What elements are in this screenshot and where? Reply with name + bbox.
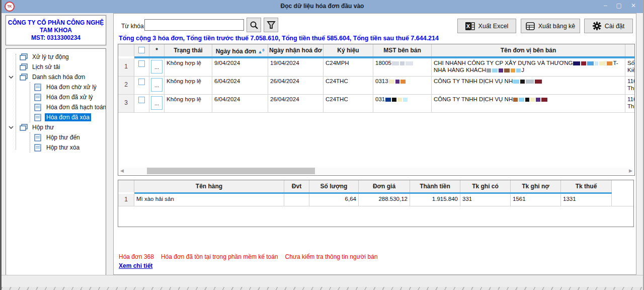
header-seller-name[interactable]: Tên đơn vị bên bán — [432, 44, 625, 56]
view-details-link[interactable]: Xem chi tiết — [119, 262, 152, 269]
redacted-block — [400, 80, 406, 84]
sidebar-item-hop-thu-den[interactable]: Hộp thư đến — [6, 132, 106, 142]
extra-cell: 116Thù — [625, 95, 634, 112]
pages-icon — [19, 53, 28, 61]
sidebar-item-danh-sach-hoa-don[interactable]: Danh sách hóa đơn — [6, 72, 106, 82]
invoice-date-cell: 9/04/2024 — [212, 58, 268, 76]
header-serial[interactable]: Ký hiệu — [324, 44, 373, 56]
maximize-button[interactable]: ▢ — [616, 2, 622, 9]
header-star: * — [149, 44, 165, 56]
header-received-date[interactable]: Ngày nhận hoá đơ — [268, 44, 324, 56]
row-checkbox[interactable] — [138, 60, 145, 67]
company-name: CÔNG TY CỔ PHẦN CÔNG NGHỆ TAM KHOA — [6, 19, 106, 34]
sidebar-item-hoa-don-da-hach-toan[interactable]: Hóa đơn đã hạch toán — [6, 102, 106, 112]
row-actions-cell: ... — [149, 95, 165, 112]
received-date-cell: 26/04/2024 — [268, 95, 324, 112]
document-icon — [33, 84, 42, 91]
settings-label: Cài đặt — [605, 23, 625, 30]
row-select-cell[interactable] — [134, 58, 149, 76]
sidebar-item-hop-thu[interactable]: Hộp thư — [6, 122, 106, 132]
status-cell: Không hợp lệ — [165, 95, 212, 112]
sidebar-item-hop-thu-xoa[interactable]: Hộp thư xóa — [6, 142, 106, 153]
sidebar-item-label: Hộp thư đến — [45, 133, 82, 141]
chevron-down-icon[interactable] — [8, 125, 14, 130]
search-button[interactable] — [247, 18, 261, 32]
row-select-cell[interactable] — [134, 77, 149, 94]
redacted-block — [406, 61, 413, 65]
redacted-block — [520, 80, 525, 84]
line-items-header: Tên hàng Đvt Số lượng Đơn giá Thành tiền… — [118, 180, 633, 192]
table-row[interactable]: 3 ... Không hợp lệ 6/04/2024 26/04/2024 … — [118, 95, 634, 113]
header-status[interactable]: Trạng thái — [165, 44, 212, 56]
seller-name-cell: CÔNG TY TNHH DỊCH VỤ NH — [432, 77, 625, 94]
keyword-input[interactable] — [144, 19, 244, 31]
redacted-block — [492, 68, 498, 72]
sidebar-item-hoa-don-da-xoa[interactable]: Hóa đơn đã xóa — [6, 112, 106, 122]
chevron-down-icon[interactable] — [8, 75, 14, 80]
redacted-block — [573, 61, 580, 65]
search-icon — [250, 21, 259, 30]
select-all-checkbox[interactable] — [138, 47, 145, 53]
redacted-block — [595, 61, 598, 65]
document-icon — [33, 104, 42, 111]
invoice-date-cell: 6/04/2024 — [212, 77, 268, 94]
table-row[interactable]: 1 ... Không hợp lệ 9/04/2024 19/04/2024 … — [118, 58, 634, 77]
mst-cell: 0313 — [373, 77, 432, 94]
table-row[interactable]: 2 ... Không hợp lệ 6/04/2024 26/04/2024 … — [118, 77, 634, 95]
export-excel-button[interactable]: X Xuất Excel — [457, 19, 516, 33]
header-unit-price[interactable]: Đơn giá — [359, 180, 410, 192]
serial-cell: C24MPH — [324, 58, 373, 76]
sidebar-item-hoa-don-cho-xu-ly[interactable]: Hóa đơn chờ xử lý — [6, 82, 106, 92]
row-more-button[interactable]: ... — [151, 96, 163, 110]
header-seller-mst[interactable]: MST bên bán — [373, 44, 432, 56]
header-amount[interactable]: Thành tiền — [410, 180, 460, 192]
document-icon — [33, 114, 42, 121]
redacted-block — [581, 61, 586, 65]
pages-icon — [19, 74, 28, 81]
row-more-button[interactable]: ... — [151, 78, 163, 92]
header-unit[interactable]: Đvt — [284, 180, 309, 192]
header-credit-acc[interactable]: Tk ghi có — [460, 180, 511, 192]
sidebar-item-lich-su-tai[interactable]: Lịch sử tải — [6, 62, 106, 72]
header-tax-acc[interactable]: Tk thuế — [561, 180, 612, 192]
window-title: Đọc dữ liệu hóa đơn đầu vào — [2, 3, 643, 10]
export-list-button[interactable]: Xuất bảng kê — [521, 19, 580, 33]
app-window: TK Đọc dữ liệu hóa đơn đầu vào – ▢ ✕ CÔN… — [0, 0, 644, 290]
filter-button[interactable] — [264, 18, 278, 32]
row-checkbox[interactable] — [138, 97, 145, 103]
sidebar-item-label: Hộp thư — [31, 123, 55, 131]
debit-acc-cell: 1561 — [511, 194, 561, 206]
close-button[interactable]: ✕ — [631, 2, 636, 9]
minimize-button[interactable]: – — [604, 2, 607, 9]
sidebar-item-label: Hóa đơn đã xử lý — [45, 93, 95, 101]
settings-button[interactable]: Cài đặt — [584, 19, 633, 33]
header-debit-acc[interactable]: Tk ghi nợ — [511, 180, 561, 192]
scroll-left-icon[interactable]: ◀ — [120, 168, 124, 173]
received-date-cell: 26/04/2024 — [268, 77, 324, 94]
redacted-block — [513, 80, 519, 84]
line-item-row[interactable]: 1 Mì xào hải sản 6,64 288.530,12 1.915.8… — [118, 194, 633, 206]
export-list-label: Xuất bảng kê — [538, 23, 576, 30]
header-rownum — [118, 44, 134, 56]
header-invoice-date[interactable]: Ngày hóa đơn ▲0 — [212, 44, 268, 56]
redacted-block — [525, 98, 529, 102]
invoice-table-header: * Trạng thái Ngày hóa đơn ▲0 Ngày nhận h… — [118, 44, 634, 56]
row-checkbox[interactable] — [138, 79, 145, 85]
sidebar-item-hoa-don-da-xu-ly[interactable]: Hóa đơn đã xử lý — [6, 92, 106, 102]
header-filler — [612, 180, 633, 192]
seller-name-cell: CHI NHÁNH CÔNG TY CP XÂY DỰNG VÀ THƯƠNGT… — [432, 58, 625, 76]
row-more-button[interactable]: ... — [151, 60, 163, 74]
horizontal-scrollbar[interactable]: ◀ ▶ — [119, 168, 633, 174]
header-item-name[interactable]: Tên hàng — [134, 180, 284, 192]
sidebar-item-xu-ly-tu-dong[interactable]: Xử lý tự động — [6, 52, 106, 62]
sidebar-item-label: Hóa đơn đã hạch toán — [45, 103, 106, 111]
header-select-all[interactable] — [134, 44, 149, 56]
redacted-block — [607, 61, 612, 65]
header-quantity[interactable]: Số lượng — [309, 180, 359, 192]
redacted-block — [530, 98, 535, 102]
redacted-block — [397, 98, 402, 102]
row-select-cell[interactable] — [134, 95, 149, 112]
scroll-right-icon[interactable]: ▶ — [629, 168, 632, 173]
scrollbar-thumb[interactable] — [147, 168, 315, 174]
redacted-block — [519, 98, 524, 102]
